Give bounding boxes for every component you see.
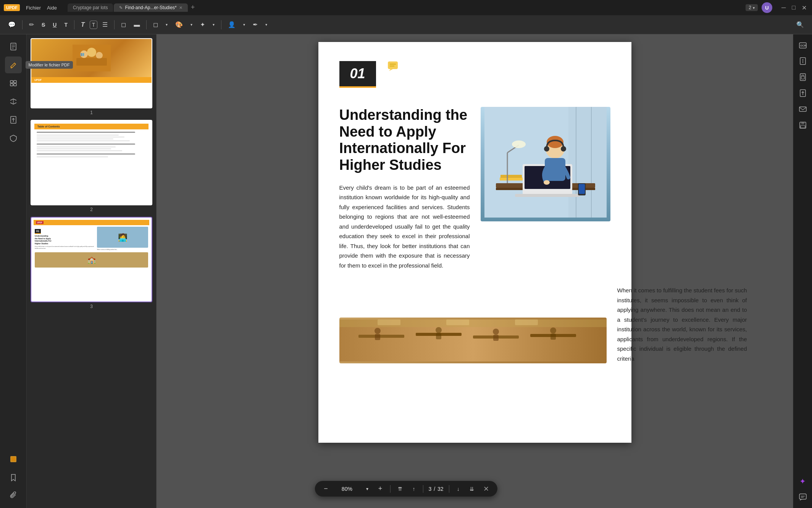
thumb-img-2[interactable]: Table of Contents	[31, 120, 152, 205]
svg-rect-34	[500, 175, 522, 178]
shapes-button[interactable]: ◻	[150, 19, 161, 30]
second-row: When it comes to fulfilling the student …	[339, 279, 610, 363]
zoom-separator-3	[449, 485, 449, 493]
pen-dropdown[interactable]: ▾	[263, 21, 270, 28]
chat-button[interactable]	[796, 490, 810, 504]
sidebar-organize[interactable]	[5, 75, 22, 92]
thumbnail-page-3[interactable]: UPDF 01 Understandingthe Need to ApplyIn…	[31, 217, 152, 309]
sidebar-layers[interactable]	[5, 451, 22, 468]
close-window-button[interactable]: ✕	[800, 4, 808, 11]
svg-point-54	[436, 327, 442, 333]
maximize-button[interactable]: □	[790, 4, 797, 11]
zoom-bar-close-button[interactable]: ✕	[482, 485, 491, 493]
svg-rect-39	[545, 158, 565, 181]
sidebar-convert[interactable]	[5, 93, 22, 110]
erase-button[interactable]: ◻	[118, 19, 129, 30]
zoom-level-display[interactable]: 80%	[336, 486, 358, 492]
user-avatar[interactable]: U	[762, 2, 772, 13]
svg-rect-75	[801, 122, 804, 124]
current-page-display[interactable]: 3	[428, 486, 431, 492]
svg-marker-21	[389, 69, 393, 71]
svg-rect-76	[801, 126, 805, 128]
svg-rect-5	[10, 81, 13, 83]
person-dropdown[interactable]: ▾	[241, 21, 248, 28]
tab-find-replace[interactable]: ✎ Find-and-Ap...er-Studies* ✕	[114, 3, 187, 12]
star-button[interactable]: ✦	[197, 19, 208, 30]
zoom-in-button[interactable]: +	[376, 484, 385, 493]
comment-bubble-icon[interactable]	[387, 61, 398, 73]
next-page-button[interactable]: ↓	[455, 485, 462, 493]
menu-aide[interactable]: Aide	[47, 5, 57, 11]
comment-button[interactable]: 💬	[5, 19, 18, 30]
zoom-dropdown-button[interactable]: ▾	[364, 485, 371, 492]
sidebar-bookmark[interactable]	[5, 469, 22, 486]
minimize-button[interactable]: ─	[780, 4, 787, 11]
thumbnail-page-2[interactable]: Table of Contents	[31, 120, 152, 212]
sidebar-extract[interactable]	[5, 111, 22, 128]
svg-rect-25	[568, 107, 607, 218]
underline-button[interactable]: U	[50, 20, 59, 29]
page-num-2: 2	[90, 207, 93, 212]
pen-button[interactable]: ✒	[250, 19, 260, 30]
sidebar-protect[interactable]	[5, 130, 22, 147]
textbox-button[interactable]: T	[90, 21, 98, 29]
desk-scene	[481, 107, 610, 221]
email-button[interactable]	[796, 102, 810, 116]
svg-rect-6	[14, 81, 16, 83]
two-column-layout: Understanding the Need to Apply Internat…	[339, 107, 610, 270]
font-bold-button[interactable]: T	[78, 20, 87, 30]
body-paragraph-1: Every child's dream is to be part of an …	[339, 183, 470, 271]
svg-point-56	[493, 329, 499, 335]
title-bar-right: 2 ▾ U ─ □ ✕	[746, 2, 808, 13]
text-color-button[interactable]: T	[61, 20, 70, 29]
share-button[interactable]	[796, 86, 810, 100]
sidebar-pages[interactable]	[5, 38, 22, 55]
tab-cryptage[interactable]: Cryptage par lots	[68, 3, 113, 12]
svg-rect-48	[358, 335, 404, 338]
thumbnail-page-1[interactable]: 👥 UPDF 1	[31, 38, 152, 115]
bottom-image-container	[339, 279, 607, 363]
toolbar-group-annotation: 💬	[5, 19, 18, 30]
menu-fichier[interactable]: Fichier	[26, 5, 41, 11]
total-pages-display: 32	[437, 486, 444, 492]
secure-button[interactable]	[796, 70, 810, 84]
first-page-button[interactable]: ⇈	[396, 485, 405, 493]
color-dropdown[interactable]: ▾	[188, 21, 195, 28]
save-button[interactable]	[796, 118, 810, 132]
highlight-button[interactable]: ✏	[26, 19, 37, 30]
strikethrough-button[interactable]: S	[39, 20, 48, 29]
svg-point-16	[87, 48, 96, 57]
tab-close-button[interactable]: ✕	[179, 5, 182, 10]
app-logo: UPDF	[4, 4, 20, 11]
document-info-button[interactable]	[796, 54, 810, 68]
ocr-button[interactable]: OCR	[796, 38, 810, 52]
search-button[interactable]: 🔍	[794, 19, 807, 30]
svg-text:OCR: OCR	[800, 44, 806, 47]
svg-rect-8	[14, 84, 16, 86]
svg-point-45	[512, 140, 526, 148]
thumb-img-3[interactable]: UPDF 01 Understandingthe Need to ApplyIn…	[31, 217, 152, 302]
page-indicator[interactable]: 2 ▾	[746, 4, 758, 11]
sidebar-paperclip[interactable]	[5, 487, 22, 504]
person-button[interactable]: 👤	[225, 19, 238, 30]
sidebar-annotate[interactable]: Modifier le fichier PDF	[5, 56, 22, 73]
color-button[interactable]: 🎨	[173, 19, 186, 30]
star-dropdown[interactable]: ▾	[210, 21, 217, 28]
svg-rect-18	[76, 58, 107, 66]
chapter-number: 01	[350, 66, 365, 81]
prev-page-button[interactable]: ↑	[410, 485, 417, 493]
svg-rect-59	[550, 334, 556, 340]
redact-button[interactable]: ▬	[131, 20, 142, 30]
page-navigation: 3 / 32	[428, 486, 443, 492]
page-num-1: 1	[90, 110, 93, 115]
svg-point-42	[544, 180, 550, 185]
tab-add-button[interactable]: +	[189, 3, 197, 12]
text-edit-button[interactable]: ☰	[100, 19, 110, 30]
thumb-img-1[interactable]: 👥 UPDF	[31, 38, 152, 108]
svg-rect-63	[515, 319, 538, 325]
zoom-out-button[interactable]: −	[321, 484, 330, 493]
column-left: Understanding the Need to Apply Internat…	[339, 107, 470, 270]
last-page-button[interactable]: ⇊	[467, 485, 476, 493]
ai-button[interactable]: ✦	[796, 474, 810, 488]
shapes-dropdown[interactable]: ▾	[163, 21, 170, 28]
